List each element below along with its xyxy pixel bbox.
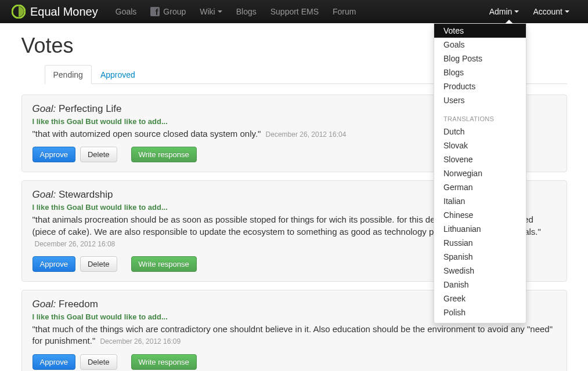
goal-title: Perfecting Life — [59, 103, 122, 114]
goal-label: Goal: — [33, 189, 56, 200]
admin-dropdown: Votes Goals Blog Posts Blogs Products Us… — [434, 23, 526, 323]
nav-wiki[interactable]: Wiki — [193, 1, 229, 22]
caret-down-icon — [218, 10, 222, 13]
dropdown-item-users[interactable]: Users — [434, 93, 526, 107]
facebook-icon — [150, 7, 160, 16]
dropdown-item-blogs[interactable]: Blogs — [434, 66, 526, 79]
timestamp: December 26, 2012 16:08 — [35, 240, 116, 248]
dropdown-lang-swedish[interactable]: Swedish — [434, 264, 526, 278]
dropdown-lang-lithuanian[interactable]: Lithuanian — [434, 222, 526, 236]
goal-label: Goal: — [33, 299, 56, 310]
button-row: Approve Delete Write response — [33, 354, 556, 370]
delete-button[interactable]: Delete — [80, 147, 117, 162]
nav-goals[interactable]: Goals — [109, 1, 144, 22]
dropdown-lang-slovak[interactable]: Slovak — [434, 139, 526, 152]
dropdown-lang-dutch[interactable]: Dutch — [434, 125, 526, 139]
dropdown-lang-russian[interactable]: Russian — [434, 236, 526, 250]
goal-title: Freedom — [59, 299, 98, 310]
timestamp: December 26, 2012 16:04 — [266, 130, 347, 139]
caret-down-icon — [565, 10, 569, 13]
approve-button[interactable]: Approve — [33, 354, 75, 370]
goal-title: Stewardship — [59, 189, 113, 200]
approve-button[interactable]: Approve — [33, 147, 75, 162]
nav-blogs[interactable]: Blogs — [229, 1, 264, 22]
dropdown-item-blog-posts[interactable]: Blog Posts — [434, 52, 526, 66]
caret-down-icon — [514, 10, 519, 13]
tab-approved[interactable]: Approved — [92, 65, 144, 84]
nav-forum[interactable]: Forum — [326, 1, 363, 22]
write-response-button[interactable]: Write response — [131, 256, 197, 272]
write-response-button[interactable]: Write response — [131, 354, 197, 370]
dropdown-translations-header: TRANSLATIONS — [434, 113, 526, 125]
dropdown-lang-italian[interactable]: Italian — [434, 194, 526, 208]
navbar: Equal Money Goals Group Wiki Blogs Suppo… — [0, 0, 588, 23]
dropdown-lang-slovene[interactable]: Slovene — [434, 152, 526, 166]
dropdown-item-products[interactable]: Products — [434, 79, 526, 93]
dropdown-lang-german[interactable]: German — [434, 180, 526, 194]
timestamp: December 26, 2012 16:09 — [100, 337, 181, 345]
nav-right: Admin Account — [482, 1, 576, 22]
delete-button[interactable]: Delete — [80, 354, 117, 370]
brand[interactable]: Equal Money — [12, 5, 98, 19]
dropdown-lang-greek[interactable]: Greek — [434, 292, 526, 305]
delete-button[interactable]: Delete — [80, 256, 117, 272]
quote-line: "that much of the things wich are contra… — [33, 323, 556, 347]
write-response-button[interactable]: Write response — [131, 147, 197, 162]
nav-admin[interactable]: Admin — [482, 1, 526, 22]
dropdown-lang-chinese[interactable]: Chinese — [434, 208, 526, 222]
dropdown-lang-norwegian[interactable]: Norwegian — [434, 166, 526, 180]
quote-text: "that with automized open source closed … — [33, 129, 261, 139]
dropdown-item-goals[interactable]: Goals — [434, 38, 526, 52]
nav-support-ems[interactable]: Support EMS — [264, 1, 326, 22]
dropdown-item-votes[interactable]: Votes — [434, 24, 526, 38]
tab-pending[interactable]: Pending — [45, 65, 92, 84]
nav-left: Goals Group Wiki Blogs Support EMS Forum — [109, 1, 363, 22]
dropdown-lang-spanish[interactable]: Spanish — [434, 250, 526, 264]
approve-button[interactable]: Approve — [33, 256, 75, 272]
dropdown-lang-polish[interactable]: Polish — [434, 305, 526, 319]
goal-label: Goal: — [33, 103, 56, 114]
brand-text: Equal Money — [30, 5, 98, 19]
dropdown-lang-danish[interactable]: Danish — [434, 278, 526, 292]
nav-group[interactable]: Group — [143, 1, 193, 22]
logo-icon — [12, 5, 26, 19]
nav-account[interactable]: Account — [526, 1, 576, 22]
